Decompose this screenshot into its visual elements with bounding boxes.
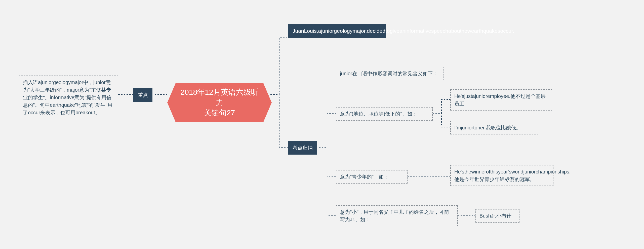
meaning2-ex1: He'sthewinnerofthisyear'sworldjuniorcham…	[450, 165, 553, 186]
key-point-content: 插入语ajuniorgeologymajor中，junior意为"大学三年级的"…	[23, 80, 112, 115]
meaning2-text: 意为"青少年的"。如：	[340, 174, 389, 180]
meaning3-node: 意为"小"，用于同名父子中儿子的姓名之后，可简写为Jr.。如：	[336, 205, 458, 226]
intro-node: junior在口语中作形容词时的常见含义如下：	[336, 67, 444, 80]
meaning1-ex2-text: I'mjuniortoher.我职位比她低。	[454, 125, 521, 130]
key-point-label-text: 重点	[138, 92, 148, 98]
meaning3-ex1-text: BushJr.小布什	[479, 213, 511, 219]
root-title-2: 关键句27	[204, 109, 235, 117]
meaning1-node: 意为"(地位、职位等)低下的"。如：	[336, 107, 433, 121]
meaning1-ex1-text: He'sjustajunioremployee.他不过是个基层员工。	[454, 93, 546, 106]
meaning1-text: 意为"(地位、职位等)低下的"。如：	[340, 111, 417, 117]
exam-points-label: 考点归纳	[288, 141, 317, 155]
key-point-label: 重点	[133, 88, 152, 102]
meaning3-text: 意为"小"，用于同名父子中儿子的姓名之后，可简写为Jr.。如：	[340, 209, 449, 222]
meaning2-node: 意为"青少年的"。如：	[336, 170, 408, 184]
meaning1-ex1: He'sjustajunioremployee.他不过是个基层员工。	[450, 89, 552, 111]
root-title-1: 2018年12月英语六级听力	[180, 88, 258, 106]
exam-points-text: 考点归纳	[293, 145, 313, 151]
root-node: 2018年12月英语六级听力 关键句27	[167, 83, 272, 122]
meaning3-ex1: BushJr.小布什	[475, 209, 519, 223]
key-point-text: 插入语ajuniorgeologymajor中，junior意为"大学三年级的"…	[19, 76, 118, 119]
sentence-node: JuanLouis,ajuniorgeologymajor,decidedtog…	[288, 24, 386, 38]
sentence-text: JuanLouis,ajuniorgeologymajor,decidedtog…	[293, 28, 514, 34]
intro-text: junior在口语中作形容词时的常见含义如下：	[340, 71, 438, 76]
meaning2-ex1-text: He'sthewinnerofthisyear'sworldjuniorcham…	[454, 169, 571, 182]
meaning1-ex2: I'mjuniortoher.我职位比她低。	[450, 121, 538, 134]
